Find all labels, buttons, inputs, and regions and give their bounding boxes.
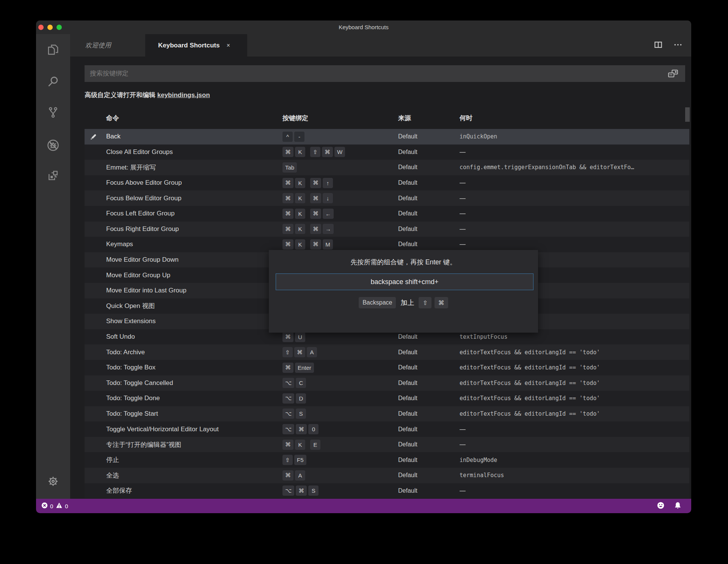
source-label: Default [398, 452, 417, 468]
source-label: Default [398, 129, 417, 145]
source-label: Default [398, 406, 417, 422]
table-row[interactable]: Back^-DefaultinQuickOpen [85, 129, 689, 145]
notifications-bell-icon[interactable] [674, 502, 681, 511]
table-row[interactable]: Todo: Toggle Done⌥DDefaulteditorTextFocu… [85, 391, 689, 406]
keycap: ⇧ [419, 297, 431, 308]
table-row[interactable]: Focus Right Editor Group⌘K⌘→Default— [85, 222, 689, 237]
when-clause: inQuickOpen [460, 129, 497, 145]
source-label: Default [398, 175, 417, 191]
keycap: M [323, 239, 333, 250]
keycap: Tab [282, 162, 297, 173]
source-label: Default [398, 468, 417, 483]
source-label: Default [398, 190, 417, 206]
when-clause: — [460, 145, 466, 160]
keybinding-keys: ⌘K⌘↑ [282, 175, 333, 191]
keycap: ⌘ [310, 193, 321, 203]
table-row[interactable]: Todo: Toggle Box⌘EnterDefaulteditorTextF… [85, 360, 689, 375]
table-row[interactable]: 全选⌘ADefaultterminalFocus [85, 468, 689, 483]
close-tab-icon[interactable]: × [226, 42, 230, 49]
explorer-icon[interactable] [47, 43, 60, 58]
command-label: Focus Above Editor Group [106, 175, 182, 191]
table-row[interactable]: Toggle Vertical/Horizontal Editor Layout… [85, 421, 689, 437]
command-label: Close All Editor Groups [106, 145, 173, 160]
dialog-chord-preview: Backspace加上⇧⌘ [269, 297, 538, 308]
tab-welcome-label: 欢迎使用 [85, 41, 111, 50]
table-row[interactable]: 专注于“打开的编辑器”视图⌘KEDefault— [85, 437, 689, 452]
source-label: Default [398, 160, 417, 175]
when-clause: — [460, 421, 466, 437]
table-row[interactable]: Close All Editor Groups⌘K⇧⌘WDefault— [85, 145, 689, 160]
when-clause: editorTextFocus && editorLangId == 'todo… [460, 375, 600, 391]
keybindings-editor: 高级自定义请打开和编辑 keybindings.json 命令 按键绑定 来源 … [70, 57, 691, 499]
table-row[interactable]: Todo: Archive⇧⌘ADefaulteditorTextFocus &… [85, 344, 689, 360]
table-row[interactable]: 停止⇧F5DefaultinDebugMode [85, 452, 689, 468]
when-clause: terminalFocus [460, 468, 504, 483]
table-row[interactable]: Emmet: 展开缩写TabDefaultconfig.emmet.trigge… [85, 160, 689, 175]
source-control-icon[interactable] [47, 106, 59, 120]
debug-disabled-icon[interactable] [46, 138, 60, 154]
keycap: ⌘ [282, 440, 293, 450]
keycap: 0 [308, 424, 318, 434]
keybinding-keys: ⌘A [282, 468, 305, 483]
when-clause: config.emmet.triggerExpansionOnTab && ed… [460, 160, 634, 175]
hint-text: 高级自定义请打开和编辑 [85, 91, 157, 99]
table-row[interactable]: Focus Below Editor Group⌘K⌘↓Default— [85, 190, 689, 206]
keycap: K [295, 440, 305, 450]
record-keys-icon[interactable] [665, 67, 681, 80]
keybinding-keys: ⌥⌘0 [282, 421, 318, 437]
when-clause: — [460, 483, 466, 499]
search-icon[interactable] [47, 75, 60, 90]
keycap: ↑ [323, 178, 333, 188]
source-label: Default [398, 206, 417, 222]
keycap: A [307, 347, 317, 357]
split-editor-icon[interactable] [653, 40, 663, 51]
keybinding-keys: ⌘KE [282, 437, 320, 452]
when-clause: editorTextFocus && editorLangId == 'todo… [460, 344, 600, 360]
vertical-scrollbar[interactable] [685, 107, 690, 122]
keybindings-json-link[interactable]: keybindings.json [157, 91, 210, 99]
command-label: Todo: Archive [106, 344, 145, 360]
command-label: 专注于“打开的编辑器”视图 [106, 437, 181, 452]
when-clause: — [460, 222, 466, 237]
title-bar: Keyboard Shortcuts [36, 20, 691, 34]
tab-welcome[interactable]: 欢迎使用 [70, 34, 145, 57]
table-row[interactable]: Focus Left Editor Group⌘K⌘←Default— [85, 206, 689, 222]
table-row[interactable]: Focus Above Editor Group⌘K⌘↑Default— [85, 175, 689, 191]
keycap: ⌘ [310, 178, 321, 188]
more-actions-icon[interactable] [673, 40, 683, 51]
search-input[interactable] [85, 65, 685, 82]
keycap: ⌘ [322, 147, 333, 157]
command-label: Quick Open 视图 [106, 298, 155, 314]
define-keybinding-dialog: 先按所需的组合键，再按 Enter 键。 Backspace加上⇧⌘ [269, 250, 538, 333]
error-count: 0 [50, 503, 53, 509]
keybinding-keys: ⌘K⌘← [282, 206, 334, 222]
extensions-icon[interactable] [47, 170, 59, 183]
keycap: ⇧ [310, 147, 320, 157]
table-row[interactable]: 全部保存⌥⌘SDefault— [85, 483, 689, 499]
keycap: A [295, 470, 305, 481]
command-label: Move Editor into Last Group [106, 283, 187, 298]
keycap: ⇧ [282, 455, 293, 465]
keycap: ⌘ [282, 470, 293, 481]
table-row[interactable]: Todo: Toggle Start⌥SDefaulteditorTextFoc… [85, 406, 689, 422]
edit-pencil-icon[interactable] [88, 129, 98, 145]
keybinding-keys: ⇧F5 [282, 452, 306, 468]
warning-count: 0 [65, 503, 68, 509]
command-label: Focus Right Editor Group [106, 222, 179, 237]
plus-label: 加上 [400, 298, 414, 307]
gear-icon[interactable] [47, 475, 59, 489]
keycap: K [295, 178, 305, 188]
column-header-source: 来源 [398, 112, 411, 125]
tab-active-label: Keyboard Shortcuts [158, 42, 220, 49]
error-status[interactable]: 0 [41, 502, 53, 510]
keycap: ⌥ [282, 408, 294, 419]
when-clause: inDebugMode [460, 452, 497, 468]
keycap: Backspace [359, 297, 396, 308]
warning-status[interactable]: 0 [56, 502, 68, 510]
keybinding-input[interactable] [276, 273, 533, 290]
keycap: ⌘ [282, 363, 293, 373]
tab-keyboard-shortcuts[interactable]: Keyboard Shortcuts × [145, 34, 247, 57]
keycap: ⌘ [282, 224, 293, 234]
table-row[interactable]: Todo: Toggle Cancelled⌥CDefaulteditorTex… [85, 375, 689, 391]
feedback-smiley-icon[interactable] [657, 502, 664, 511]
